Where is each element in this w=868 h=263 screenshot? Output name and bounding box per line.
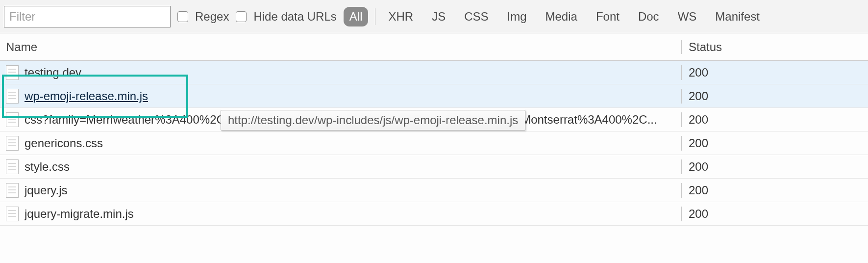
file-icon [6, 112, 19, 127]
filter-pill-doc[interactable]: Doc [632, 7, 665, 26]
col-header-status-label: Status [689, 40, 722, 53]
filter-pill-manifest[interactable]: Manifest [709, 7, 766, 26]
file-icon [6, 65, 19, 80]
regex-checkbox[interactable] [177, 11, 188, 22]
filter-pill-js[interactable]: JS [426, 7, 451, 26]
cell-status: 200 [682, 207, 868, 221]
table-header: Name Status [0, 33, 868, 61]
col-header-name-label: Name [6, 40, 37, 54]
file-icon [6, 207, 19, 221]
file-icon [6, 159, 19, 174]
cell-status: 200 [682, 89, 868, 103]
filter-pill-ws[interactable]: WS [672, 7, 703, 26]
table-row[interactable]: jquery-migrate.min.js200 [0, 202, 868, 226]
request-name[interactable]: genericons.css [25, 136, 103, 150]
request-name[interactable]: jquery-migrate.min.js [25, 207, 134, 221]
filter-pill-css[interactable]: CSS [458, 7, 494, 26]
filter-input[interactable] [4, 6, 171, 27]
file-icon [6, 136, 19, 151]
request-name[interactable]: testing.dev [25, 66, 81, 79]
cell-status: 200 [682, 184, 868, 197]
cell-status: 200 [682, 136, 868, 150]
cell-status: 200 [682, 160, 868, 174]
cell-name: style.css [0, 159, 682, 174]
filter-pill-media[interactable]: Media [540, 7, 583, 26]
filter-toolbar: Regex Hide data URLs AllXHRJSCSSImgMedia… [0, 0, 868, 33]
col-header-status[interactable]: Status [682, 40, 868, 54]
table-row[interactable]: style.css200 [0, 155, 868, 179]
url-tooltip: http://testing.dev/wp-includes/js/wp-emo… [221, 110, 525, 131]
hide-data-urls-label: Hide data URLs [253, 10, 336, 24]
filter-pill-font[interactable]: Font [590, 7, 625, 26]
request-name[interactable]: wp-emoji-release.min.js [25, 89, 148, 103]
table-row[interactable]: genericons.css200 [0, 132, 868, 155]
hide-data-urls-checkbox[interactable] [236, 11, 247, 22]
cell-name: testing.dev [0, 65, 682, 80]
cell-name: genericons.css [0, 136, 682, 151]
filter-pill-all[interactable]: All [344, 7, 369, 26]
cell-name: wp-emoji-release.min.js [0, 89, 682, 104]
cell-status: 200 [682, 113, 868, 127]
request-name[interactable]: jquery.js [25, 184, 68, 197]
file-icon [6, 183, 19, 198]
filter-pill-img[interactable]: Img [501, 7, 533, 26]
cell-name: jquery.js [0, 183, 682, 198]
cell-name: jquery-migrate.min.js [0, 207, 682, 221]
request-name[interactable]: style.css [25, 160, 70, 174]
filter-divider [375, 8, 375, 25]
regex-label: Regex [195, 10, 229, 24]
filter-pill-xhr[interactable]: XHR [382, 7, 419, 26]
file-icon [6, 89, 19, 104]
table-row[interactable]: wp-emoji-release.min.js200 [0, 84, 868, 108]
cell-status: 200 [682, 66, 868, 79]
network-table: Name Status testing.dev200wp-emoji-relea… [0, 33, 868, 226]
table-row[interactable]: testing.dev200 [0, 61, 868, 84]
table-row[interactable]: jquery.js200 [0, 179, 868, 202]
col-header-name[interactable]: Name [0, 40, 682, 54]
